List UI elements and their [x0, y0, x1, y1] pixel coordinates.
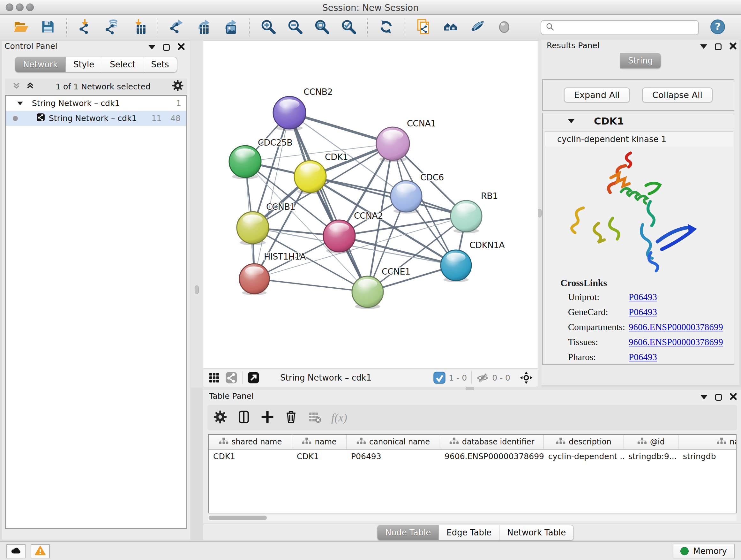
- tab-node-table[interactable]: Node Table: [377, 525, 439, 541]
- tab-network-table[interactable]: Network Table: [499, 525, 574, 541]
- results-panel-float-icon[interactable]: [715, 44, 722, 50]
- table-panel-menu-icon[interactable]: [700, 395, 708, 399]
- table-cell[interactable]: stringdb: [678, 449, 737, 463]
- table-row[interactable]: CDK1CDK1P064939606.ENSP00000378699cyclin…: [209, 449, 736, 463]
- export-image-button[interactable]: [221, 18, 239, 37]
- column-header-namespace[interactable]: namespace: [678, 435, 737, 449]
- export-table-button[interactable]: [195, 18, 212, 37]
- network-node-CDKN1A[interactable]: CDKN1A: [441, 240, 505, 282]
- table-hscrollbar[interactable]: [208, 515, 737, 521]
- apply-layout-button[interactable]: [377, 18, 395, 37]
- crosslink-link[interactable]: P06493: [629, 292, 657, 302]
- crosslink-link[interactable]: 9606.ENSP00000378699: [629, 337, 723, 348]
- crosslink-link[interactable]: 9606.ENSP00000378699: [629, 322, 723, 332]
- network-options-gear-icon[interactable]: [172, 79, 184, 94]
- memory-button[interactable]: Memory: [673, 544, 735, 558]
- network-node-CDK1[interactable]: CDK1: [294, 152, 348, 194]
- export-network-button[interactable]: [168, 18, 186, 37]
- tab-edge-table[interactable]: Edge Table: [439, 525, 499, 541]
- crosslink-link[interactable]: P06493: [629, 352, 657, 362]
- table-cell[interactable]: 9606.ENSP00000378699: [440, 449, 544, 463]
- column-header-canonical-name[interactable]: canonical name: [347, 435, 440, 449]
- right-splitter[interactable]: [538, 40, 542, 388]
- expand-all-icon[interactable]: [26, 81, 35, 92]
- search-input[interactable]: [555, 23, 698, 32]
- expand-all-button[interactable]: Expand All: [564, 87, 630, 103]
- results-panel-menu-icon[interactable]: [700, 44, 707, 49]
- search-box[interactable]: [541, 20, 699, 35]
- tab-network[interactable]: Network: [15, 57, 66, 72]
- gene-card-header[interactable]: CDK1: [543, 113, 734, 129]
- network-node-CDC6[interactable]: CDC6: [391, 172, 444, 216]
- left-splitter-handle[interactable]: [195, 286, 199, 294]
- tree-expander-icon[interactable]: [17, 102, 23, 105]
- grid-view-icon[interactable]: [208, 371, 220, 384]
- delete-column-icon[interactable]: [284, 410, 298, 425]
- zoom-out-button[interactable]: [286, 18, 304, 37]
- tab-sets[interactable]: Sets: [143, 57, 177, 72]
- network-node-CCNE1[interactable]: CCNE1: [352, 266, 410, 309]
- table-cell[interactable]: stringdb:9...: [624, 449, 678, 463]
- network-node-RB1[interactable]: RB1: [451, 191, 498, 233]
- import-table-file-button[interactable]: [130, 18, 148, 37]
- table-cell[interactable]: P06493: [347, 449, 440, 463]
- new-network-selection-button[interactable]: [415, 18, 433, 37]
- add-column-icon[interactable]: [260, 410, 274, 425]
- import-network-file-button[interactable]: [77, 18, 94, 37]
- collapse-all-button[interactable]: Collapse All: [642, 87, 713, 103]
- hidden-eye-icon[interactable]: [476, 371, 489, 384]
- control-panel-float-icon[interactable]: [163, 44, 170, 51]
- network-node-HIST1H1A[interactable]: HIST1H1A: [239, 252, 306, 299]
- save-session-button[interactable]: [39, 18, 57, 37]
- left-splitter[interactable]: [191, 40, 203, 388]
- network-canvas[interactable]: CCNB2 CCNA1 CDC25B CDK1 CDC6: [203, 40, 538, 368]
- zoom-in-button[interactable]: [259, 18, 277, 37]
- show-columns-icon[interactable]: [237, 410, 251, 425]
- tab-string[interactable]: String: [620, 53, 661, 69]
- first-neighbors-button[interactable]: [442, 18, 460, 37]
- control-panel-close-icon[interactable]: [178, 43, 185, 52]
- table-panel-close-icon[interactable]: [730, 393, 737, 401]
- network-node-CCNB1[interactable]: CCNB1: [237, 202, 295, 245]
- control-panel-menu-icon[interactable]: [148, 45, 155, 50]
- right-splitter-handle[interactable]: [537, 209, 542, 217]
- network-edge[interactable]: [254, 279, 367, 292]
- gene-collapse-icon[interactable]: [568, 119, 575, 123]
- tab-style[interactable]: Style: [66, 57, 102, 72]
- table-options-gear-icon[interactable]: [213, 410, 227, 425]
- network-node-CDC25B[interactable]: CDC25B: [229, 138, 292, 179]
- cloud-status-button[interactable]: [6, 544, 25, 558]
- detach-view-icon[interactable]: [247, 371, 260, 384]
- table-hscrollbar-thumb[interactable]: [209, 516, 267, 520]
- column-header-name[interactable]: name: [292, 435, 347, 449]
- hide-selected-button[interactable]: [468, 18, 486, 37]
- table-cell[interactable]: CDK1: [209, 449, 292, 463]
- import-network-database-button[interactable]: [104, 18, 121, 37]
- show-graphics-details-button[interactable]: [495, 18, 513, 37]
- table-cell[interactable]: cyclin-dependent ...: [544, 449, 624, 463]
- crosslink-link[interactable]: P06493: [629, 307, 657, 317]
- network-list-item[interactable]: String Network – cdk1 11 48: [6, 111, 186, 126]
- collapse-all-icon[interactable]: [12, 81, 21, 92]
- column-header-shared-name[interactable]: shared name: [209, 435, 292, 449]
- help-button[interactable]: ?: [711, 20, 725, 35]
- results-panel-close-icon[interactable]: [729, 42, 737, 51]
- tab-select[interactable]: Select: [102, 57, 143, 72]
- network-graph[interactable]: CCNB2 CCNA1 CDC25B CDK1 CDC6: [203, 41, 538, 369]
- column-header-description[interactable]: description: [544, 435, 624, 449]
- birdseye-toggle-icon[interactable]: [520, 371, 533, 384]
- zoom-selected-button[interactable]: [340, 18, 357, 37]
- bottom-splitter[interactable]: [203, 387, 741, 390]
- network-edge[interactable]: [310, 177, 466, 216]
- network-list-item[interactable]: String Network – cdk1 1: [6, 96, 186, 111]
- warnings-button[interactable]: [30, 544, 50, 558]
- table-cell[interactable]: CDK1: [292, 449, 347, 463]
- column-header--id[interactable]: @id: [624, 435, 678, 449]
- network-node-CCNA1[interactable]: CCNA1: [376, 118, 436, 162]
- selected-checkbox-icon[interactable]: [433, 371, 446, 384]
- zoom-fit-button[interactable]: [313, 18, 331, 37]
- column-header-database-identifier[interactable]: database identifier: [440, 435, 544, 449]
- table-panel-float-icon[interactable]: [715, 394, 722, 401]
- network-view-icon[interactable]: [225, 371, 238, 384]
- open-session-button[interactable]: [12, 18, 30, 37]
